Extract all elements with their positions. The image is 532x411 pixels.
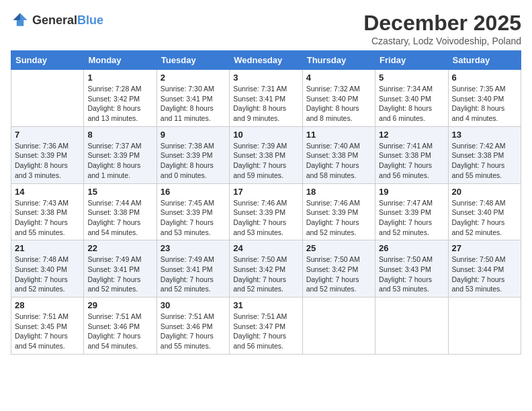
calendar-cell: 3Sunrise: 7:31 AM Sunset: 3:41 PM Daylig… — [230, 70, 302, 127]
calendar-cell: 27Sunrise: 7:50 AM Sunset: 3:44 PM Dayli… — [448, 240, 521, 298]
day-number: 12 — [379, 130, 444, 140]
calendar-week-row: 1Sunrise: 7:28 AM Sunset: 3:42 PM Daylig… — [11, 70, 521, 127]
day-detail: Sunrise: 7:31 AM Sunset: 3:41 PM Dayligh… — [233, 84, 298, 124]
day-detail: Sunrise: 7:38 AM Sunset: 3:39 PM Dayligh… — [161, 141, 226, 181]
calendar-cell: 12Sunrise: 7:41 AM Sunset: 3:38 PM Dayli… — [375, 126, 448, 183]
weekday-header-wednesday: Wednesday — [230, 51, 302, 70]
day-number: 8 — [87, 130, 152, 140]
calendar-cell: 23Sunrise: 7:49 AM Sunset: 3:41 PM Dayli… — [157, 240, 229, 298]
day-detail: Sunrise: 7:51 AM Sunset: 3:45 PM Dayligh… — [15, 312, 80, 351]
calendar-week-row: 28Sunrise: 7:51 AM Sunset: 3:45 PM Dayli… — [11, 298, 521, 355]
day-number: 24 — [233, 243, 298, 253]
day-number: 20 — [452, 187, 517, 197]
day-detail: Sunrise: 7:35 AM Sunset: 3:40 PM Dayligh… — [452, 84, 517, 124]
day-number: 5 — [379, 73, 444, 83]
weekday-header-thursday: Thursday — [302, 51, 375, 70]
logo-icon — [11, 11, 30, 30]
day-number: 28 — [15, 300, 80, 310]
title-block: December 2025 Czastary, Lodz Voivodeship… — [363, 11, 521, 46]
day-detail: Sunrise: 7:51 AM Sunset: 3:46 PM Dayligh… — [87, 312, 152, 351]
day-detail: Sunrise: 7:40 AM Sunset: 3:38 PM Dayligh… — [306, 141, 371, 181]
day-number: 19 — [379, 187, 444, 197]
svg-marker-1 — [13, 13, 21, 21]
calendar-cell: 18Sunrise: 7:46 AM Sunset: 3:39 PM Dayli… — [302, 183, 375, 240]
weekday-header-saturday: Saturday — [448, 51, 521, 70]
calendar-cell: 16Sunrise: 7:45 AM Sunset: 3:39 PM Dayli… — [157, 183, 229, 240]
day-detail: Sunrise: 7:36 AM Sunset: 3:39 PM Dayligh… — [15, 141, 80, 181]
day-number: 14 — [15, 187, 80, 197]
day-number: 16 — [161, 187, 226, 197]
calendar-cell: 9Sunrise: 7:38 AM Sunset: 3:39 PM Daylig… — [157, 126, 229, 183]
day-detail: Sunrise: 7:50 AM Sunset: 3:42 PM Dayligh… — [233, 255, 298, 294]
day-detail: Sunrise: 7:39 AM Sunset: 3:38 PM Dayligh… — [233, 141, 298, 181]
weekday-header-monday: Monday — [84, 51, 157, 70]
day-detail: Sunrise: 7:51 AM Sunset: 3:46 PM Dayligh… — [161, 312, 226, 351]
calendar-subtitle: Czastary, Lodz Voivodeship, Poland — [363, 36, 521, 46]
calendar-header: SundayMondayTuesdayWednesdayThursdayFrid… — [11, 51, 521, 70]
day-detail: Sunrise: 7:45 AM Sunset: 3:39 PM Dayligh… — [161, 198, 226, 238]
calendar-cell: 22Sunrise: 7:49 AM Sunset: 3:41 PM Dayli… — [84, 240, 157, 298]
day-detail: Sunrise: 7:41 AM Sunset: 3:38 PM Dayligh… — [379, 141, 444, 181]
day-number: 7 — [15, 130, 80, 140]
page-header: GeneralBlue December 2025 Czastary, Lodz… — [11, 11, 521, 46]
day-number: 23 — [161, 243, 226, 253]
calendar-week-row: 14Sunrise: 7:43 AM Sunset: 3:38 PM Dayli… — [11, 183, 521, 240]
svg-marker-0 — [20, 13, 28, 21]
day-detail: Sunrise: 7:46 AM Sunset: 3:39 PM Dayligh… — [306, 198, 371, 238]
day-number: 4 — [306, 73, 371, 83]
calendar-cell: 29Sunrise: 7:51 AM Sunset: 3:46 PM Dayli… — [84, 298, 157, 355]
day-number: 21 — [15, 243, 80, 253]
day-detail: Sunrise: 7:48 AM Sunset: 3:40 PM Dayligh… — [15, 255, 80, 294]
day-number: 2 — [161, 73, 226, 83]
logo-general-text: General — [32, 13, 77, 27]
day-number: 25 — [306, 243, 371, 253]
calendar-title: December 2025 — [363, 11, 521, 36]
day-detail: Sunrise: 7:50 AM Sunset: 3:42 PM Dayligh… — [306, 255, 371, 294]
calendar-week-row: 7Sunrise: 7:36 AM Sunset: 3:39 PM Daylig… — [11, 126, 521, 183]
calendar-table: SundayMondayTuesdayWednesdayThursdayFrid… — [11, 50, 521, 355]
calendar-cell: 20Sunrise: 7:48 AM Sunset: 3:40 PM Dayli… — [448, 183, 521, 240]
calendar-body: 1Sunrise: 7:28 AM Sunset: 3:42 PM Daylig… — [11, 70, 521, 355]
weekday-header-tuesday: Tuesday — [157, 51, 229, 70]
calendar-cell: 5Sunrise: 7:34 AM Sunset: 3:40 PM Daylig… — [375, 70, 448, 127]
calendar-cell: 17Sunrise: 7:46 AM Sunset: 3:39 PM Dayli… — [230, 183, 302, 240]
calendar-cell — [11, 70, 84, 127]
calendar-cell: 11Sunrise: 7:40 AM Sunset: 3:38 PM Dayli… — [302, 126, 375, 183]
logo-blue-text: Blue — [77, 13, 103, 27]
day-number: 29 — [87, 300, 152, 310]
day-number: 22 — [87, 243, 152, 253]
day-detail: Sunrise: 7:28 AM Sunset: 3:42 PM Dayligh… — [87, 84, 152, 124]
day-detail: Sunrise: 7:43 AM Sunset: 3:38 PM Dayligh… — [15, 198, 80, 238]
day-number: 30 — [161, 300, 226, 310]
weekday-header-friday: Friday — [375, 51, 448, 70]
calendar-cell: 7Sunrise: 7:36 AM Sunset: 3:39 PM Daylig… — [11, 126, 84, 183]
day-number: 10 — [233, 130, 298, 140]
calendar-cell: 24Sunrise: 7:50 AM Sunset: 3:42 PM Dayli… — [230, 240, 302, 298]
day-detail: Sunrise: 7:44 AM Sunset: 3:38 PM Dayligh… — [87, 198, 152, 238]
calendar-week-row: 21Sunrise: 7:48 AM Sunset: 3:40 PM Dayli… — [11, 240, 521, 298]
day-number: 17 — [233, 187, 298, 197]
calendar-cell: 8Sunrise: 7:37 AM Sunset: 3:39 PM Daylig… — [84, 126, 157, 183]
day-number: 9 — [161, 130, 226, 140]
logo: GeneralBlue — [11, 11, 103, 30]
day-detail: Sunrise: 7:47 AM Sunset: 3:39 PM Dayligh… — [379, 198, 444, 238]
day-number: 6 — [452, 73, 517, 83]
day-detail: Sunrise: 7:50 AM Sunset: 3:43 PM Dayligh… — [379, 255, 444, 294]
weekday-header-sunday: Sunday — [11, 51, 84, 70]
calendar-cell: 10Sunrise: 7:39 AM Sunset: 3:38 PM Dayli… — [230, 126, 302, 183]
day-detail: Sunrise: 7:49 AM Sunset: 3:41 PM Dayligh… — [161, 255, 226, 294]
day-detail: Sunrise: 7:32 AM Sunset: 3:40 PM Dayligh… — [306, 84, 371, 124]
day-number: 27 — [452, 243, 517, 253]
day-detail: Sunrise: 7:37 AM Sunset: 3:39 PM Dayligh… — [87, 141, 152, 181]
day-number: 26 — [379, 243, 444, 253]
calendar-cell: 25Sunrise: 7:50 AM Sunset: 3:42 PM Dayli… — [302, 240, 375, 298]
calendar-cell — [448, 298, 521, 355]
calendar-cell: 19Sunrise: 7:47 AM Sunset: 3:39 PM Dayli… — [375, 183, 448, 240]
calendar-cell: 26Sunrise: 7:50 AM Sunset: 3:43 PM Dayli… — [375, 240, 448, 298]
calendar-cell: 1Sunrise: 7:28 AM Sunset: 3:42 PM Daylig… — [84, 70, 157, 127]
day-number: 3 — [233, 73, 298, 83]
day-detail: Sunrise: 7:30 AM Sunset: 3:41 PM Dayligh… — [161, 84, 226, 124]
calendar-cell: 6Sunrise: 7:35 AM Sunset: 3:40 PM Daylig… — [448, 70, 521, 127]
day-number: 1 — [87, 73, 152, 83]
calendar-cell: 13Sunrise: 7:42 AM Sunset: 3:38 PM Dayli… — [448, 126, 521, 183]
